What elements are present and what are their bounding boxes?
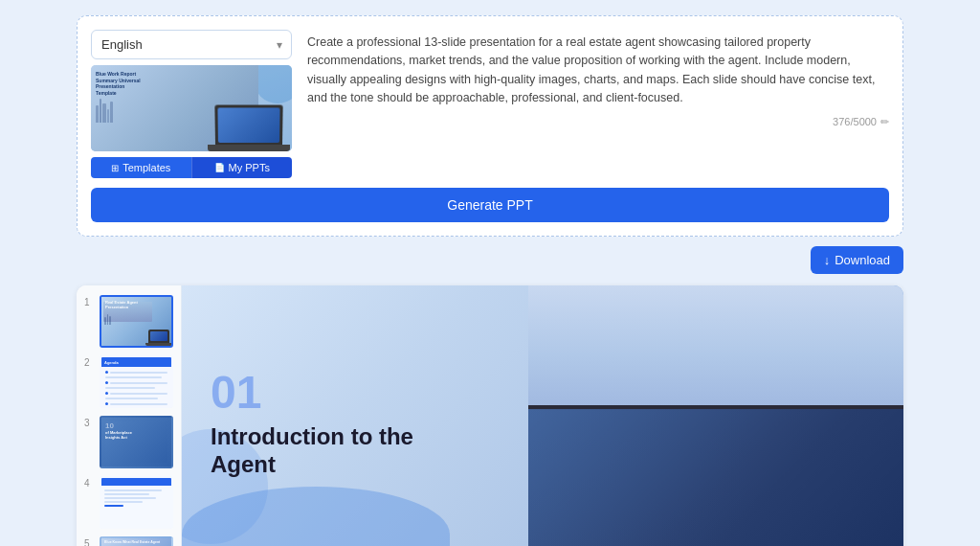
templates-icon: ⊞ bbox=[111, 163, 119, 173]
slide-text-area: 01 Introduction to the Agent bbox=[211, 370, 421, 479]
main-container: English Spanish French German bbox=[0, 0, 980, 546]
slide-1-thumb-title: Real Estate AgentPresentation bbox=[105, 301, 138, 310]
slide-img-3: 10 of MarketplaceInsights Act bbox=[100, 416, 173, 468]
char-count: 376/5000 ✏ bbox=[305, 116, 889, 128]
left-panel: English Spanish French German bbox=[91, 30, 292, 178]
char-count-value: 376/5000 bbox=[833, 116, 877, 127]
slides-sidebar: 1 bbox=[77, 285, 182, 546]
template-preview-title: Blue Work ReportSummary UniversalPresent… bbox=[96, 71, 141, 96]
download-icon: ↓ bbox=[824, 253, 831, 267]
template-action-bar: ⊞ Templates 📄 My PPTs bbox=[91, 157, 292, 178]
top-row: English Spanish French German bbox=[91, 30, 889, 178]
slide-img-4 bbox=[100, 476, 173, 529]
top-card: English Spanish French German bbox=[77, 15, 903, 237]
templates-button[interactable]: ⊞ Templates bbox=[91, 157, 191, 178]
my-ppts-button[interactable]: 📄 My PPTs bbox=[191, 157, 293, 178]
download-label: Download bbox=[835, 253, 890, 267]
language-select-wrapper[interactable]: English Spanish French German bbox=[91, 30, 292, 59]
slide-img-2: Agenda bbox=[100, 355, 173, 408]
slide-thumb-2[interactable]: 2 Agenda bbox=[84, 355, 173, 408]
slide-cityscape bbox=[528, 285, 903, 546]
slide-img-5: Blue Know What Real Estate Agent 02 bbox=[100, 536, 173, 546]
download-button[interactable]: ↓ Download bbox=[811, 246, 903, 274]
template-preview: Blue Work ReportSummary UniversalPresent… bbox=[91, 65, 292, 151]
slide-main-title: Introduction to the Agent bbox=[211, 423, 421, 479]
slide-num-4: 4 bbox=[84, 476, 94, 489]
action-row: ↓ Download bbox=[77, 246, 903, 276]
slide-main: 01 Introduction to the Agent bbox=[182, 285, 903, 546]
slide-img-1: Real Estate AgentPresentation bbox=[100, 295, 173, 348]
slide-thumb-1[interactable]: 1 bbox=[84, 295, 173, 348]
description-panel: Create a professional 13-slide presentat… bbox=[305, 30, 889, 128]
generate-ppt-button[interactable]: Generate PPT bbox=[91, 188, 889, 222]
templates-label: Templates bbox=[122, 162, 170, 173]
generate-ppt-label: Generate PPT bbox=[447, 197, 533, 213]
my-ppts-icon: 📄 bbox=[214, 163, 225, 172]
edit-icon: ✏ bbox=[880, 116, 889, 128]
slide-num-1: 1 bbox=[84, 295, 94, 307]
slide-thumb-3[interactable]: 3 10 of MarketplaceInsights Act bbox=[84, 416, 173, 468]
slide-view: 01 Introduction to the Agent bbox=[182, 285, 903, 546]
slide-num-5: 5 bbox=[84, 536, 94, 546]
slides-panel: 1 bbox=[77, 285, 903, 546]
my-ppts-label: My PPTs bbox=[229, 162, 270, 173]
slide-num-3: 3 bbox=[84, 416, 94, 428]
language-select[interactable]: English Spanish French German bbox=[91, 30, 292, 59]
slide-num-2: 2 bbox=[84, 355, 94, 368]
slide-thumb-4[interactable]: 4 bbox=[84, 476, 173, 529]
description-text: Create a professional 13-slide presentat… bbox=[305, 30, 889, 112]
slide-main-number: 01 bbox=[211, 370, 421, 416]
slide-thumb-5[interactable]: 5 Blue Know What Real Estate Agent 02 bbox=[84, 536, 173, 546]
